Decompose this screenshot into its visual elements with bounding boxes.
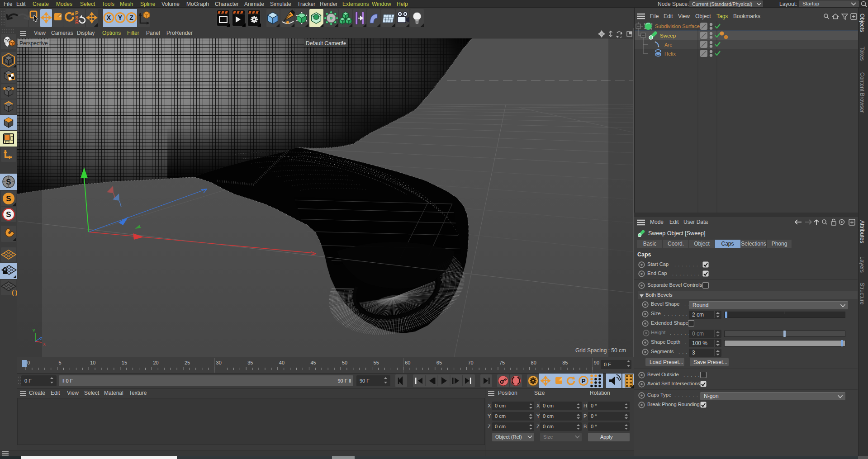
svg-text:Sweep: Sweep (660, 33, 676, 38)
svg-text:0 F: 0 F (604, 362, 611, 367)
svg-text:30: 30 (216, 360, 222, 365)
svg-text:S: S (6, 210, 11, 219)
svg-text:85: 85 (562, 360, 568, 365)
svg-text:Helix: Helix (664, 51, 676, 57)
svg-text:40: 40 (279, 360, 285, 365)
svg-text:Grid Spacing : 50 cm: Grid Spacing : 50 cm (575, 347, 626, 354)
svg-text:Subdivision Surface: Subdivision Surface (655, 24, 700, 29)
svg-text:0: 0 (27, 360, 30, 365)
svg-text:Y: Y (118, 14, 123, 21)
svg-text:Z: Z (40, 336, 43, 341)
svg-text:55: 55 (374, 360, 379, 365)
svg-text:X: X (43, 342, 46, 346)
svg-text:Z: Z (129, 14, 133, 21)
svg-text:S: S (6, 178, 11, 186)
svg-text:10: 10 (90, 360, 95, 365)
svg-text:5: 5 (59, 360, 62, 365)
svg-text:60: 60 (405, 360, 410, 365)
svg-text:75: 75 (499, 360, 505, 365)
svg-text:X: X (107, 14, 111, 21)
svg-text:15: 15 (122, 360, 127, 365)
svg-text:0 F: 0 F (24, 378, 32, 383)
svg-text:P: P (582, 378, 586, 384)
svg-text:80: 80 (531, 360, 536, 365)
svg-text:Default Camera: Default Camera (306, 40, 344, 47)
svg-text:( ): ( ) (12, 289, 17, 296)
svg-text:90 F: 90 F (360, 378, 370, 383)
svg-text:20: 20 (153, 360, 158, 365)
svg-text:50: 50 (342, 360, 347, 365)
svg-text:90: 90 (594, 360, 599, 365)
svg-text:70: 70 (468, 360, 473, 365)
svg-text:Perspective: Perspective (19, 40, 48, 47)
svg-text:35: 35 (247, 360, 253, 365)
svg-text:90 F ‖: 90 F ‖ (337, 378, 351, 383)
svg-text:‖ 0 F: ‖ 0 F (62, 378, 73, 383)
svg-text:Arc: Arc (664, 42, 672, 47)
svg-text:25: 25 (185, 360, 190, 365)
svg-text:45: 45 (310, 360, 316, 365)
svg-text:S: S (6, 194, 11, 203)
svg-text:R: R (75, 19, 79, 25)
svg-text:65: 65 (436, 360, 442, 365)
svg-text:Y: Y (33, 328, 35, 333)
